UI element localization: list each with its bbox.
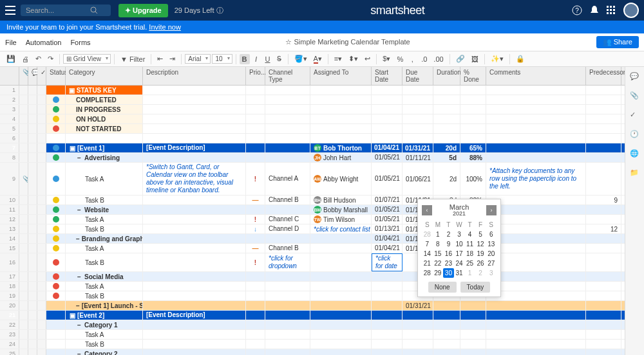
cell[interactable] (143, 330, 246, 339)
dp-day[interactable]: 10 (454, 239, 465, 249)
cell[interactable] (143, 86, 246, 95)
cell[interactable]: −Branding and Graphics (66, 234, 143, 243)
cell[interactable]: Task B (66, 224, 143, 233)
cell[interactable] (46, 134, 66, 143)
dp-day[interactable]: 20 (486, 249, 497, 259)
cell[interactable] (310, 244, 372, 253)
cell[interactable] (433, 301, 460, 310)
cell[interactable] (143, 105, 246, 114)
grid[interactable]: 📎 💬 ✓ Status Category Description Prio..… (0, 67, 625, 355)
cell[interactable]: — (246, 196, 265, 205)
cell[interactable] (486, 196, 586, 205)
cell[interactable] (402, 114, 433, 123)
cell[interactable] (372, 114, 402, 123)
cell[interactable] (143, 124, 246, 133)
cell[interactable] (28, 124, 37, 133)
fillcolor-icon[interactable]: 🪣▾ (292, 53, 310, 64)
cell[interactable] (586, 124, 621, 133)
view-select[interactable]: ⊞ Grid View (63, 54, 111, 64)
cell[interactable]: Channel B (265, 196, 310, 205)
cell[interactable] (586, 272, 621, 281)
cell[interactable] (46, 196, 66, 205)
cell[interactable]: 24 (0, 340, 19, 349)
datepicker-prev[interactable]: ‹ (422, 205, 432, 215)
font-select[interactable]: Arial (185, 54, 211, 64)
cell[interactable] (486, 215, 586, 224)
cell[interactable] (37, 272, 46, 281)
cell[interactable]: 65% (460, 143, 486, 152)
cell[interactable] (19, 95, 28, 104)
print-icon[interactable]: 🖨 (19, 54, 32, 64)
cell[interactable]: Task A (66, 244, 143, 253)
cell[interactable]: 23 (0, 330, 19, 339)
col-priority[interactable]: Prio... (246, 67, 265, 85)
cell[interactable] (486, 86, 586, 95)
cell[interactable] (460, 349, 486, 355)
cell[interactable] (486, 205, 586, 214)
cell[interactable] (586, 105, 621, 114)
cell[interactable] (586, 234, 621, 243)
search-box[interactable] (21, 5, 111, 16)
col-comments[interactable]: Comments (486, 67, 586, 85)
bell-icon[interactable] (590, 5, 599, 15)
cell[interactable] (37, 124, 46, 133)
cell[interactable] (265, 340, 310, 349)
cell[interactable] (486, 124, 586, 133)
cell[interactable]: *click for dropdown (265, 253, 310, 271)
cell[interactable] (19, 340, 28, 349)
cell[interactable] (310, 234, 372, 243)
dp-day[interactable]: 31 (454, 268, 465, 278)
cell[interactable] (433, 95, 460, 104)
dp-day[interactable]: 14 (422, 249, 433, 259)
cell[interactable] (265, 234, 310, 243)
cell[interactable] (19, 291, 28, 300)
dp-day[interactable]: 11 (464, 239, 475, 249)
cell[interactable] (310, 282, 372, 291)
cell[interactable]: 21 (0, 311, 19, 320)
cell[interactable] (37, 291, 46, 300)
cell[interactable] (433, 340, 460, 349)
redo-icon[interactable]: ↷ (45, 53, 56, 64)
cell[interactable]: 15 (0, 244, 19, 253)
cell[interactable]: 12 (0, 215, 19, 224)
cell[interactable] (28, 349, 37, 355)
cell[interactable] (372, 349, 402, 355)
cell[interactable] (586, 95, 621, 104)
cell[interactable] (46, 340, 66, 349)
cell[interactable] (402, 105, 433, 114)
dp-day[interactable]: 9 (443, 239, 454, 249)
rail-conversations-icon[interactable]: 💬 (630, 72, 640, 82)
cell[interactable] (143, 224, 246, 233)
cell[interactable]: 01/05/21 (372, 163, 402, 195)
cell[interactable] (586, 311, 621, 320)
cell[interactable] (265, 311, 310, 320)
cell[interactable]: 7 (0, 143, 19, 152)
thousands-icon[interactable]: , (407, 54, 417, 64)
cell[interactable] (143, 244, 246, 253)
datepicker-today[interactable]: Today (460, 282, 491, 293)
cell[interactable] (28, 282, 37, 291)
cell[interactable] (46, 163, 66, 195)
dp-day[interactable]: 7 (422, 239, 433, 249)
dp-day[interactable]: 26 (475, 259, 486, 268)
dp-day[interactable]: 29 (433, 268, 444, 278)
cell[interactable] (486, 272, 586, 281)
cell[interactable] (433, 134, 460, 143)
col-assigned[interactable]: Assigned To (310, 67, 372, 85)
cell[interactable]: 01/13/21 (372, 224, 402, 233)
cell[interactable] (66, 134, 143, 143)
cell[interactable] (310, 134, 372, 143)
cell[interactable]: 13 (0, 224, 19, 233)
menu-file[interactable]: File (5, 39, 17, 46)
cell[interactable] (372, 301, 402, 310)
cell[interactable] (586, 320, 621, 329)
cell[interactable] (143, 134, 246, 143)
rail-activity-icon[interactable]: 🕐 (630, 130, 640, 140)
cell[interactable] (28, 143, 37, 152)
cell[interactable]: Channel A (265, 163, 310, 195)
dp-day[interactable]: 18 (464, 249, 475, 259)
dp-day[interactable]: 30 (443, 268, 454, 278)
rail-publish-icon[interactable]: 🌐 (630, 149, 640, 159)
cell[interactable] (372, 105, 402, 114)
link-icon[interactable]: 🔗 (453, 53, 468, 64)
